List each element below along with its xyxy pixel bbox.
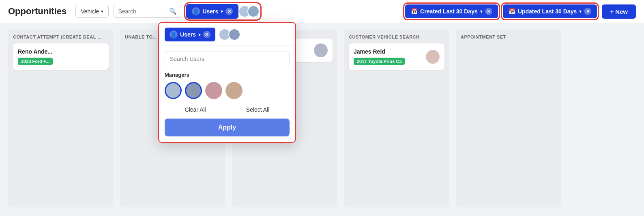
popup-header: 👤 Users ▾ ✕ xyxy=(159,23,295,46)
card-james-tag: 2017 Toyota Prius C3 xyxy=(354,58,405,65)
card-james-avatar xyxy=(426,50,440,64)
manager-avatar-3[interactable] xyxy=(205,82,222,99)
created-filter-button[interactable]: 📅 Created Last 30 Days ▾ ✕ xyxy=(405,4,498,18)
updated-close-icon[interactable]: ✕ xyxy=(584,8,591,15)
vehicle-dropdown[interactable]: Vehicle ▾ xyxy=(75,5,109,18)
card-reno-name: Reno Ande... xyxy=(18,48,53,55)
select-all-button[interactable]: Select All xyxy=(246,106,270,113)
popup-avatar-2 xyxy=(228,28,240,41)
popup-user-icon: 👤 xyxy=(170,30,178,39)
users-label: Users xyxy=(202,8,218,15)
actions-row: Clear All Select All xyxy=(165,106,290,113)
users-popup: 👤 Users ▾ ✕ Managers Clear All Selec xyxy=(158,22,296,143)
users-filter-container: 👤 Users ▾ ✕ xyxy=(186,4,260,19)
managers-section-label: Managers xyxy=(165,72,290,78)
card-james-row: James Reid 2017 Toyota Prius C3 xyxy=(354,48,440,65)
user-icon: 👤 xyxy=(192,7,200,15)
column-customer-vehicle: CUSTOMER VEHICLE SEARCH James Reid 2017 … xyxy=(344,30,449,207)
popup-selected-avatars xyxy=(219,28,240,41)
users-selected-avatars xyxy=(240,5,260,17)
board: CONTACT ATTEMPT (CREATE DEAL ... Reno An… xyxy=(0,23,644,214)
search-bar: 🔍 xyxy=(114,5,181,18)
updated-chevron-icon: ▾ xyxy=(579,9,582,14)
avatar-2 xyxy=(247,5,260,17)
users-chevron-icon: ▾ xyxy=(221,9,223,14)
popup-chevron-icon: ▾ xyxy=(198,32,201,37)
calendar-icon-updated: 📅 xyxy=(509,8,515,15)
card-reno-row: Reno Ande... 2023 Ford F... xyxy=(18,48,104,65)
popup-users-label: Users xyxy=(180,31,196,38)
vehicle-chevron-icon: ▾ xyxy=(101,9,103,14)
page-title: Opportunities xyxy=(8,6,67,17)
column-appointment-set: APPOINTMENT SET xyxy=(456,30,561,207)
created-close-icon[interactable]: ✕ xyxy=(485,8,492,15)
managers-avatars-row xyxy=(165,82,290,99)
users-filter-button[interactable]: 👤 Users ▾ ✕ xyxy=(186,4,238,19)
apply-button[interactable]: Apply xyxy=(165,119,290,136)
popup-body: Managers Clear All Select All Apply xyxy=(159,46,295,142)
created-chevron-icon: ▾ xyxy=(480,9,483,14)
popup-users-button[interactable]: 👤 Users ▾ ✕ xyxy=(165,28,215,41)
clear-all-button[interactable]: Clear All xyxy=(185,106,206,113)
column-title-customer: CUSTOMER VEHICLE SEARCH xyxy=(349,35,444,39)
card-reno: Reno Ande... 2023 Ford F... xyxy=(13,43,109,70)
manager-avatar-2[interactable] xyxy=(185,82,202,99)
card-james: James Reid 2017 Toyota Prius C3 xyxy=(349,43,444,70)
users-close-icon[interactable]: ✕ xyxy=(225,8,233,15)
card-santafe-avatar xyxy=(314,43,328,57)
page-wrapper: Opportunities Vehicle ▾ 🔍 👤 Users ▾ ✕ xyxy=(0,0,644,216)
updated-label: Updated Last 30 Days xyxy=(518,8,577,15)
card-reno-tag: 2023 Ford F... xyxy=(18,58,53,65)
search-users-input[interactable] xyxy=(165,52,290,66)
updated-filter-button[interactable]: 📅 Updated Last 30 Days ▾ ✕ xyxy=(503,4,597,18)
popup-close-icon[interactable]: ✕ xyxy=(203,31,210,38)
top-bar: Opportunities Vehicle ▾ 🔍 👤 Users ▾ ✕ xyxy=(0,0,644,23)
column-title-appointment: APPOINTMENT SET xyxy=(461,35,556,39)
column-title-contact: CONTACT ATTEMPT (CREATE DEAL ... xyxy=(13,35,109,39)
column-contact-attempt: CONTACT ATTEMPT (CREATE DEAL ... Reno An… xyxy=(8,30,114,207)
search-icon: 🔍 xyxy=(169,8,177,15)
card-james-name: James Reid xyxy=(354,48,405,55)
search-input[interactable] xyxy=(118,8,167,15)
created-label: Created Last 30 Days xyxy=(420,8,478,15)
manager-avatar-1[interactable] xyxy=(165,82,182,99)
manager-avatar-4[interactable] xyxy=(225,82,243,99)
vehicle-label: Vehicle xyxy=(81,8,99,15)
new-button[interactable]: + New xyxy=(602,4,636,19)
calendar-icon-created: 📅 xyxy=(411,8,418,15)
